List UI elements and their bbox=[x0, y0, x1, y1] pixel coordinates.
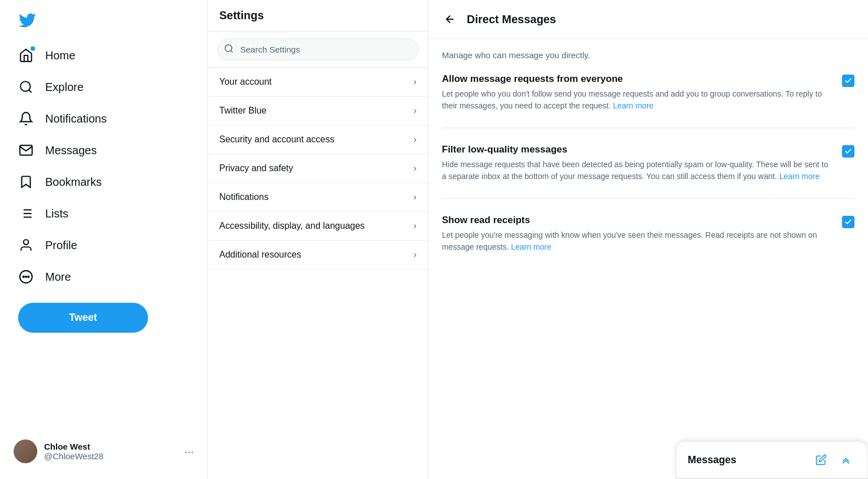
main-nav: Home Explore Notifications bbox=[9, 41, 198, 294]
user-name: Chloe West bbox=[44, 442, 184, 451]
nav-label-profile: Profile bbox=[45, 239, 77, 252]
setting-desc: Let people who you don't follow send you… bbox=[442, 88, 828, 112]
learn-more-link-2[interactable]: Learn more bbox=[511, 242, 552, 251]
settings-header: Settings bbox=[208, 0, 428, 32]
settings-item-accessibility[interactable]: Accessibility, display, and languages › bbox=[208, 212, 428, 241]
messages-popup-header: Messages bbox=[676, 442, 867, 478]
settings-item-privacy[interactable]: Privacy and safety › bbox=[208, 154, 428, 183]
svg-line-14 bbox=[231, 50, 232, 52]
settings-item-security[interactable]: Security and account access › bbox=[208, 125, 428, 154]
svg-point-12 bbox=[28, 276, 29, 277]
nav-item-explore[interactable]: Explore bbox=[9, 72, 198, 102]
bookmark-icon bbox=[18, 174, 34, 190]
settings-item-label: Security and account access bbox=[219, 134, 335, 145]
setting-desc: Hide message requests that have been det… bbox=[442, 159, 828, 182]
settings-item-label: Privacy and safety bbox=[219, 163, 293, 173]
user-section[interactable]: Chloe West @ChloeWest28 ··· bbox=[5, 433, 203, 470]
chevron-right-icon: › bbox=[414, 106, 416, 116]
settings-item-label: Twitter Blue bbox=[219, 106, 267, 116]
nav-label-more: More bbox=[45, 271, 71, 284]
nav-label-explore: Explore bbox=[45, 81, 84, 94]
nav-item-profile[interactable]: Profile bbox=[9, 230, 198, 260]
nav-label-lists: Lists bbox=[45, 207, 68, 220]
new-message-button[interactable] bbox=[811, 450, 831, 470]
sidebar: Home Explore Notifications bbox=[0, 0, 208, 479]
settings-item-twitter-blue[interactable]: Twitter Blue › bbox=[208, 97, 428, 125]
page-title: Direct Messages bbox=[467, 13, 556, 26]
settings-panel: Settings Your account › Twitter Blue › S… bbox=[208, 0, 428, 479]
svg-point-8 bbox=[24, 240, 29, 245]
home-icon bbox=[18, 47, 34, 63]
content-subtitle: Manage who can message you directly. bbox=[442, 50, 854, 60]
settings-item-notifications[interactable]: Notifications › bbox=[208, 183, 428, 212]
tweet-button[interactable]: Tweet bbox=[18, 303, 148, 333]
settings-item-label: Your account bbox=[219, 77, 272, 87]
content-body: Manage who can message you directly. All… bbox=[428, 39, 868, 479]
mail-icon bbox=[18, 142, 34, 158]
checkbox-filter-messages[interactable] bbox=[842, 145, 854, 158]
chevron-right-icon: › bbox=[414, 134, 416, 145]
svg-point-11 bbox=[25, 276, 27, 277]
settings-item-label: Accessibility, display, and languages bbox=[219, 221, 364, 231]
chevron-right-icon: › bbox=[414, 192, 416, 202]
user-handle: @ChloeWest28 bbox=[44, 451, 184, 461]
svg-point-13 bbox=[225, 45, 232, 51]
nav-item-home[interactable]: Home bbox=[9, 41, 198, 70]
bell-icon bbox=[18, 111, 34, 127]
messages-popup-title: Messages bbox=[688, 454, 736, 466]
learn-more-link-1[interactable]: Learn more bbox=[779, 172, 820, 181]
nav-label-messages: Messages bbox=[45, 144, 97, 157]
nav-item-messages[interactable]: Messages bbox=[9, 136, 198, 165]
user-info: Chloe West @ChloeWest28 bbox=[44, 442, 184, 461]
setting-row-read-receipts: Show read receipts Let people you're mes… bbox=[442, 215, 854, 269]
nav-item-notifications[interactable]: Notifications bbox=[9, 104, 198, 133]
nav-label-notifications: Notifications bbox=[45, 112, 107, 125]
back-button[interactable] bbox=[440, 9, 460, 29]
chevron-right-icon: › bbox=[414, 221, 416, 231]
setting-title: Show read receipts bbox=[442, 215, 828, 226]
settings-item-label: Notifications bbox=[219, 192, 268, 202]
checkbox-read-receipts[interactable] bbox=[842, 216, 854, 228]
svg-point-10 bbox=[23, 276, 24, 277]
settings-item-label: Additional resources bbox=[219, 250, 301, 260]
nav-label-home: Home bbox=[45, 49, 75, 62]
svg-point-0 bbox=[20, 81, 30, 91]
explore-icon bbox=[18, 79, 34, 95]
search-settings bbox=[208, 32, 428, 68]
collapse-button[interactable] bbox=[836, 450, 856, 470]
nav-label-bookmarks: Bookmarks bbox=[45, 176, 102, 189]
settings-item-your-account[interactable]: Your account › bbox=[208, 68, 428, 97]
setting-row-allow-messages: Allow message requests from everyone Let… bbox=[442, 73, 854, 128]
list-icon bbox=[18, 206, 34, 221]
search-input[interactable] bbox=[217, 38, 419, 60]
settings-item-additional-resources[interactable]: Additional resources › bbox=[208, 241, 428, 269]
learn-more-link-0[interactable]: Learn more bbox=[613, 101, 654, 110]
setting-text: Allow message requests from everyone Let… bbox=[442, 73, 828, 112]
content-header: Direct Messages bbox=[428, 0, 868, 39]
setting-row-filter-messages: Filter low-quality messages Hide message… bbox=[442, 144, 854, 199]
setting-title: Allow message requests from everyone bbox=[442, 73, 828, 85]
search-icon bbox=[224, 43, 234, 56]
more-icon bbox=[18, 269, 34, 285]
svg-line-1 bbox=[29, 90, 32, 93]
checkbox-allow-messages[interactable] bbox=[842, 75, 854, 87]
content-panel: Direct Messages Manage who can message y… bbox=[428, 0, 868, 479]
nav-item-bookmarks[interactable]: Bookmarks bbox=[9, 167, 198, 197]
setting-desc: Let people you're messaging with know wh… bbox=[442, 229, 828, 253]
nav-item-more[interactable]: More bbox=[9, 262, 198, 291]
setting-text: Filter low-quality messages Hide message… bbox=[442, 144, 828, 182]
messages-popup: Messages bbox=[676, 441, 868, 479]
setting-title: Filter low-quality messages bbox=[442, 144, 828, 155]
chevron-right-icon: › bbox=[414, 77, 416, 87]
twitter-logo[interactable] bbox=[9, 5, 198, 38]
messages-popup-actions bbox=[811, 450, 856, 470]
chevron-right-icon: › bbox=[414, 163, 416, 173]
chevron-right-icon: › bbox=[414, 250, 416, 260]
person-icon bbox=[18, 237, 34, 253]
setting-text: Show read receipts Let people you're mes… bbox=[442, 215, 828, 253]
settings-menu: Your account › Twitter Blue › Security a… bbox=[208, 68, 428, 479]
nav-item-lists[interactable]: Lists bbox=[9, 199, 198, 228]
user-more-button[interactable]: ··· bbox=[184, 445, 194, 458]
avatar bbox=[14, 439, 37, 463]
